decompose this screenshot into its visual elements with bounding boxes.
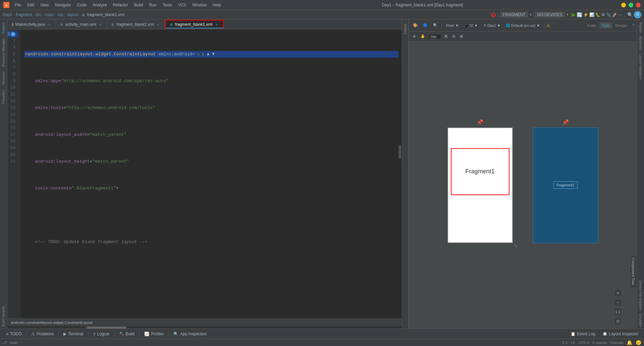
menu-tools[interactable]: Tools (160, 2, 175, 8)
search-btn[interactable]: 🔍 (627, 12, 633, 17)
horizontal-scrollbar-thumb[interactable] (86, 327, 126, 329)
move-btn[interactable]: ✋ (419, 33, 427, 40)
zoom-in-btn[interactable]: + (614, 289, 622, 297)
split-tab[interactable]: Split (599, 22, 612, 28)
breadcrumb-res[interactable]: res (58, 12, 63, 17)
no-devices-label[interactable]: NO DEVICES (535, 12, 565, 18)
tab-close-activity-main[interactable]: × (98, 22, 103, 27)
deploy-icon[interactable]: 🚀 (612, 12, 617, 17)
menu-run[interactable]: Run (147, 2, 159, 8)
design-device-btn[interactable]: Pixel ▼ (444, 21, 461, 30)
fragment-label[interactable]: FRAGMENT (500, 12, 528, 18)
tab-fragment-blank1[interactable]: 🗎 fragment_blank1.xml × (165, 20, 224, 29)
emoji-icon[interactable]: 😊 (636, 340, 641, 345)
breadcrumb-day1[interactable]: Day1 (3, 12, 12, 17)
profile-icon[interactable]: 📊 (589, 12, 594, 17)
design-help-icon[interactable]: ? (632, 23, 635, 28)
profile-avatar[interactable]: D (634, 11, 641, 18)
menu-window[interactable]: Window (190, 2, 209, 8)
code-editor[interactable]: 2 ↺ 3 4 5 6 7 8 9 10 11 12 13 14 15 16 1… (7, 30, 402, 319)
git-branch-label[interactable]: main (10, 341, 18, 345)
component-tree-tab[interactable]: Component Tree (630, 255, 637, 288)
code-tab[interactable]: Code (585, 22, 599, 28)
close-button[interactable]: × (636, 3, 641, 7)
palette-tab[interactable]: Palette (403, 22, 408, 36)
menu-help[interactable]: Help (210, 2, 224, 8)
attach-icon[interactable]: 📎 (606, 12, 611, 17)
notification-icon[interactable]: 🔔 (627, 340, 632, 345)
layout-validation-tab[interactable]: Layout Validation (638, 52, 643, 80)
menu-vcs[interactable]: VCS (175, 2, 189, 8)
phone-pin-icon[interactable]: 📌 (477, 119, 483, 125)
tab-main-activity[interactable]: J MainActivity.java × (7, 20, 56, 29)
menu-analyze[interactable]: Analyze (90, 2, 110, 8)
maximize-button[interactable]: □ (629, 3, 633, 7)
menu-file[interactable]: File (12, 2, 24, 8)
sync-icon[interactable]: 🔄 (577, 12, 582, 17)
zoom-reset-btn[interactable]: 1:1 (614, 308, 622, 316)
tab-close-fragment-blank1[interactable]: × (214, 22, 219, 27)
design-magnet-btn[interactable]: 🔵 (421, 21, 430, 30)
tab-close-fragment-blank2[interactable]: × (156, 22, 161, 27)
tab-close-main-activity[interactable]: × (47, 22, 52, 27)
build-tab[interactable]: 🔨 Build (116, 330, 138, 338)
menu-code[interactable]: Code (74, 2, 89, 8)
logcat-tab[interactable]: ≡ Logcat (90, 330, 113, 338)
code-content[interactable]: <androidx.constraintlayout.widget.Constr… (21, 30, 402, 319)
problems-tab[interactable]: ⚠ Problems (28, 330, 57, 338)
design-view-area[interactable]: 📌 Fragment1 ⤡ 📌 Fragment1 (409, 42, 637, 329)
component-btn[interactable]: ⚙ (450, 33, 457, 40)
debug-run-icon[interactable]: ⚡ (583, 12, 588, 17)
coverage-icon[interactable]: ⚙ (601, 12, 605, 17)
menu-navigate[interactable]: Navigate (52, 2, 73, 8)
profiler-tab[interactable]: 📈 Profiler (141, 330, 167, 338)
attributes-tab[interactable]: Attributes (638, 35, 643, 52)
design-api-btn[interactable]: 📱 32 ▼ (462, 21, 480, 30)
resource-manager-tab[interactable]: Resource Manager (1, 36, 6, 69)
menu-refactor[interactable]: Refactor (110, 2, 131, 8)
zoom-out-btn[interactable]: − (614, 298, 622, 306)
warning-toolbar-icon[interactable]: 🐛 (595, 12, 600, 17)
tab-activity-main[interactable]: 🗎 activity_main.xml × (56, 20, 107, 29)
layout-inspector-btn[interactable]: 🔲 Layout Inspector (600, 331, 641, 337)
dp-input[interactable]: 0dp (428, 34, 441, 39)
breadcrumb-src[interactable]: src (36, 12, 41, 17)
device-dropdown-icon[interactable]: ▼ (566, 13, 569, 16)
minimize-button[interactable]: − (621, 3, 626, 7)
todo-tab[interactable]: ≡ TODO (3, 330, 25, 338)
path-btn[interactable]: ⌘ (442, 33, 449, 40)
more-actions[interactable]: ⋯ (618, 12, 622, 17)
design-warning-icon[interactable]: ⚠ (546, 23, 550, 28)
build-variants-tab[interactable]: Build Variants (1, 304, 6, 329)
structure-tab[interactable]: Structure (1, 69, 6, 87)
design-locale-btn[interactable]: 🌐 Default (en-us) ▼ (504, 21, 542, 30)
tab-fragment-blank2[interactable]: 🗎 fragment_blank2.xml × (107, 20, 165, 29)
project-panel-tab[interactable]: Project (1, 21, 6, 36)
design-theme-btn[interactable]: ☀ Day1 ▼ (481, 21, 503, 30)
fit-screen-btn[interactable]: ⊡ (614, 317, 622, 325)
event-log-btn[interactable]: 📋 Event Log (568, 331, 598, 337)
horizontal-scrollbar-container[interactable] (7, 326, 402, 329)
design-view-btn[interactable]: 🎨 (411, 21, 420, 30)
run-icon[interactable]: ▶ (572, 11, 576, 18)
app-inspection-tab[interactable]: 🔍 App Inspection (170, 330, 210, 338)
menu-view[interactable]: View (38, 2, 52, 8)
git-branch-icon[interactable]: ⎇ (3, 340, 7, 345)
align-btn[interactable]: ⊞ (458, 33, 465, 40)
favorites-tab[interactable]: Favorites (1, 88, 6, 106)
breadcrumb-main[interactable]: main (45, 12, 54, 17)
breadcrumb-layout[interactable]: layout (67, 12, 78, 17)
terminal-tab[interactable]: ▶ Terminal (60, 330, 87, 338)
vertical-scrollbar[interactable] (398, 145, 401, 159)
design-tab[interactable]: Design (613, 22, 630, 28)
blueprint-pin-icon[interactable]: 📌 (562, 119, 569, 125)
fragment-dropdown-icon[interactable]: ▼ (529, 13, 532, 16)
resize-handle[interactable]: ⤡ (514, 243, 518, 248)
menu-build[interactable]: Build (131, 2, 146, 8)
emulator-tab[interactable]: Emulator (638, 312, 643, 329)
eyedropper-btn[interactable]: 👁 (411, 33, 418, 40)
breadcrumb-filename[interactable]: fragment_blank1.xml (87, 12, 124, 17)
palette-right-tab[interactable]: Palette (638, 21, 643, 34)
design-zoom-btn[interactable]: 🔍 (431, 21, 440, 30)
device-file-explorer-tab[interactable]: Device File Explorer (638, 279, 643, 312)
